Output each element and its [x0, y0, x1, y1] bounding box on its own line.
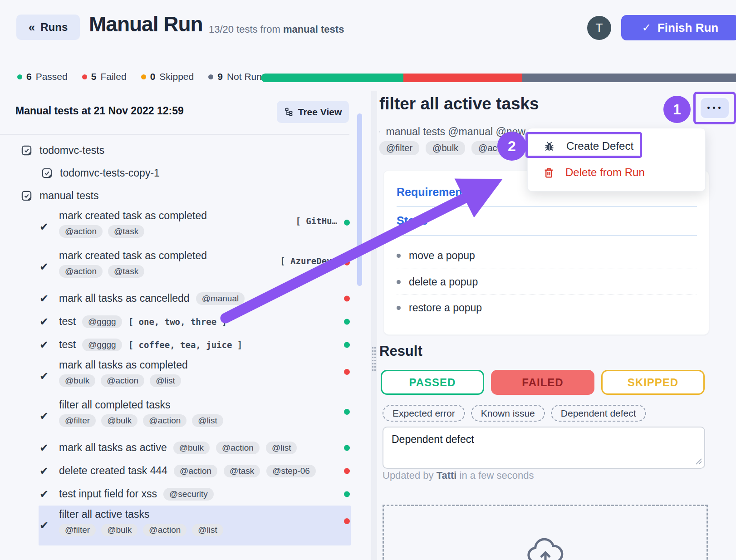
- test-tagline: @action@task: [59, 225, 351, 238]
- suite-row[interactable]: todomvc-tests-copy-1: [0, 162, 358, 184]
- test-tagline: @filter@bulk@action@list: [59, 524, 351, 536]
- stat-dot-icon: [17, 74, 22, 79]
- tag-pill: @bulk: [426, 141, 465, 155]
- result-type-pills: Expected errorKnown issueDependent defec…: [383, 405, 646, 422]
- result-status-buttons: PASSEDFAILEDSKIPPED: [381, 370, 705, 395]
- test-row[interactable]: ✔delete created task 444@action@task@ste…: [39, 459, 351, 482]
- run-progress-bar: [261, 74, 736, 82]
- updated-user: Tatti: [437, 470, 457, 481]
- check-icon: ✔: [39, 292, 49, 305]
- annotation-step-1-badge: 1: [663, 96, 691, 123]
- tag-pill: @security: [163, 488, 214, 501]
- status-button-passed[interactable]: PASSED: [381, 370, 484, 395]
- step-label: delete a popup: [409, 276, 478, 288]
- status-button-skipped[interactable]: SKIPPED: [601, 370, 705, 395]
- tag-pill: @bulk: [101, 414, 137, 427]
- step-bullet-icon: [397, 254, 401, 258]
- back-chevrons-icon: «: [29, 20, 35, 34]
- test-tagline: @bulk@action@list: [59, 374, 351, 387]
- result-type-pill[interactable]: Expected error: [383, 405, 465, 422]
- run-subtitle: 13/20 tests from manual tests: [209, 24, 344, 35]
- step-item: move a popup: [397, 243, 697, 269]
- suite-row[interactable]: manual tests: [0, 184, 358, 207]
- steps-rule: [397, 235, 697, 236]
- check-icon: ✔: [39, 488, 49, 501]
- left-panel-scrollbar[interactable]: [357, 113, 362, 286]
- status-button-failed[interactable]: FAILED: [491, 370, 594, 395]
- test-row[interactable]: ✔mark all tasks as cancelledd@manual: [39, 287, 351, 310]
- stat-dot-icon: [208, 74, 213, 79]
- test-name: mark all tasks as cancelledd: [59, 292, 190, 305]
- tag-pill: @action: [59, 265, 103, 278]
- avatar[interactable]: T: [587, 16, 611, 40]
- run-stats: 6Passed5Failed0Skipped9Not Run: [17, 71, 262, 82]
- upload-cloud-icon: [525, 532, 565, 560]
- annotation-step-2-badge: 2: [497, 132, 526, 161]
- finish-run-button[interactable]: ✓ Finish Run: [621, 15, 736, 40]
- requirements-link[interactable]: Requirements: [397, 186, 472, 199]
- suite-doc-check-icon: [41, 167, 53, 179]
- menu-item-delete-from-run[interactable]: Delete from Run: [528, 159, 705, 186]
- test-row[interactable]: ✔mark created task as completed@action@t…: [39, 247, 351, 287]
- tag-pill: @bulk: [173, 442, 210, 454]
- stat-dot-icon: [141, 74, 146, 79]
- test-name: mark all tasks as active: [59, 442, 167, 454]
- tag-pill: @action: [101, 374, 144, 387]
- back-to-runs-button[interactable]: « Runs: [16, 15, 80, 40]
- menu-item-label: Delete from Run: [565, 166, 645, 179]
- parameter-label: [ AzureDev…: [280, 256, 337, 266]
- tag-pill: @list: [150, 374, 181, 387]
- stat-label: Skipped: [159, 71, 194, 82]
- check-icon: ✔: [39, 465, 49, 477]
- progress-segment-passed: [261, 74, 403, 82]
- progress-segment-failed: [403, 74, 522, 82]
- finish-run-label: Finish Run: [657, 21, 718, 35]
- test-tagline: @action@task: [59, 265, 351, 278]
- test-row[interactable]: ✔test input field for xss@security: [39, 482, 351, 506]
- result-type-pill[interactable]: Dependent defect: [551, 405, 646, 422]
- suite-row[interactable]: todomvc-tests: [0, 139, 358, 162]
- suite-label: todomvc-tests: [39, 144, 104, 157]
- tag-pill: @gggg: [82, 315, 122, 328]
- test-row[interactable]: ✔test@gggg[ one, two, three ]: [39, 310, 351, 333]
- result-comment[interactable]: [383, 427, 705, 469]
- tag-pill: @list: [192, 524, 223, 536]
- status-dot-passed: [344, 220, 350, 226]
- tag-pill: @manual: [196, 292, 245, 305]
- stat-count: 5: [91, 71, 97, 82]
- tag-pill: @action: [143, 524, 186, 536]
- parameter-label: [ one, two, three ]: [128, 317, 227, 327]
- test-row[interactable]: ✔mark created task as completed@action@t…: [39, 207, 351, 247]
- step-bullet-icon: [397, 306, 401, 310]
- stat-dot-icon: [82, 74, 87, 79]
- suite-label: manual tests: [39, 190, 98, 202]
- steps-link[interactable]: Steps: [397, 214, 427, 227]
- step-item: delete a popup: [397, 269, 697, 295]
- step-item: restore a popup: [397, 295, 697, 320]
- run-stat: 5Failed: [82, 71, 127, 82]
- result-type-pill[interactable]: Known issue: [471, 405, 545, 422]
- test-row[interactable]: ✔mark all tasks as completed@bulk@action…: [39, 356, 351, 396]
- updated-prefix: Updated by: [383, 470, 434, 481]
- tag-pill: @action: [174, 465, 217, 477]
- tag-pill: @bulk: [101, 524, 137, 536]
- test-row[interactable]: ✔test@gggg[ coffee, tea, juice ]: [39, 333, 351, 356]
- tag-pill: @step-06: [266, 465, 316, 477]
- stat-count: 6: [26, 71, 32, 82]
- splitter-drag-handle[interactable]: [372, 346, 377, 372]
- check-icon: ✔: [39, 410, 49, 422]
- test-row[interactable]: ✔mark all tasks as active@bulk@action@li…: [39, 436, 351, 459]
- status-dot-failed: [344, 295, 350, 301]
- tag-pill: @filter: [379, 141, 419, 155]
- annotation-highlight-more-button: [693, 92, 736, 124]
- run-stat: 9Not Run: [208, 71, 262, 82]
- tag-pill: @filter: [59, 414, 96, 427]
- test-row[interactable]: ✔filter all active tasks@filter@bulk@act…: [39, 506, 351, 545]
- test-row[interactable]: ✔filter all completed tasks@filter@bulk@…: [39, 396, 351, 436]
- test-name: delete created task 444: [59, 465, 167, 477]
- trash-icon: [543, 167, 554, 178]
- tree-view-button[interactable]: Tree View: [277, 101, 349, 123]
- attachment-dropzone[interactable]: [383, 505, 708, 560]
- progress-segment-not-run: [522, 74, 736, 82]
- test-tagline: @filter@bulk@action@list: [59, 414, 351, 427]
